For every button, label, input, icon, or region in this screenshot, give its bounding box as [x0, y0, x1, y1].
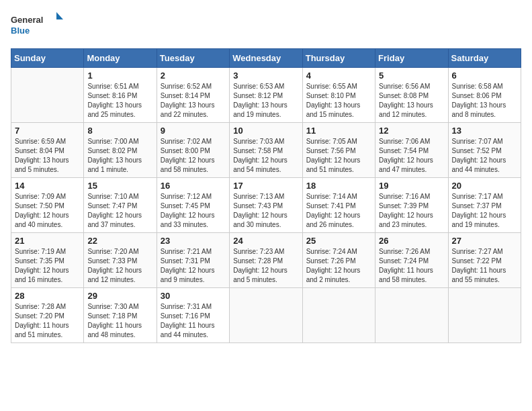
- calendar-cell: [11, 68, 84, 123]
- day-info: Sunrise: 6:59 AM Sunset: 8:04 PM Dayligh…: [15, 137, 80, 175]
- day-info: Sunrise: 7:00 AM Sunset: 8:02 PM Dayligh…: [87, 137, 152, 175]
- day-info: Sunrise: 7:03 AM Sunset: 7:58 PM Dayligh…: [233, 137, 298, 175]
- calendar-cell: 5Sunrise: 6:56 AM Sunset: 8:08 PM Daylig…: [375, 68, 448, 123]
- calendar-cell: 22Sunrise: 7:20 AM Sunset: 7:33 PM Dayli…: [84, 233, 157, 288]
- day-number: 23: [161, 236, 226, 246]
- week-row-4: 28Sunrise: 7:28 AM Sunset: 7:20 PM Dayli…: [11, 288, 521, 343]
- calendar-cell: 24Sunrise: 7:23 AM Sunset: 7:28 PM Dayli…: [230, 233, 302, 288]
- svg-text:General: General: [11, 15, 43, 25]
- day-number: 19: [379, 181, 444, 191]
- day-info: Sunrise: 6:55 AM Sunset: 8:10 PM Dayligh…: [306, 82, 371, 120]
- weekday-header-friday: Friday: [375, 49, 448, 68]
- day-number: 29: [87, 291, 152, 301]
- day-info: Sunrise: 7:30 AM Sunset: 7:18 PM Dayligh…: [87, 302, 152, 340]
- svg-marker-1: [56, 12, 63, 19]
- day-number: 3: [233, 71, 298, 81]
- calendar-cell: [230, 288, 302, 343]
- day-info: Sunrise: 7:27 AM Sunset: 7:22 PM Dayligh…: [452, 247, 517, 285]
- day-number: 1: [87, 71, 152, 81]
- week-row-3: 21Sunrise: 7:19 AM Sunset: 7:35 PM Dayli…: [11, 233, 521, 288]
- calendar-cell: 4Sunrise: 6:55 AM Sunset: 8:10 PM Daylig…: [302, 68, 375, 123]
- day-number: 21: [15, 236, 80, 246]
- day-number: 16: [161, 181, 226, 191]
- day-number: 25: [306, 236, 371, 246]
- calendar-cell: 16Sunrise: 7:12 AM Sunset: 7:45 PM Dayli…: [157, 178, 229, 233]
- calendar-cell: 6Sunrise: 6:58 AM Sunset: 8:06 PM Daylig…: [448, 68, 521, 123]
- day-number: 28: [15, 291, 80, 301]
- day-info: Sunrise: 7:17 AM Sunset: 7:37 PM Dayligh…: [452, 192, 517, 230]
- calendar-cell: 7Sunrise: 6:59 AM Sunset: 8:04 PM Daylig…: [11, 123, 84, 178]
- calendar-cell: [302, 288, 375, 343]
- logo: General Blue: [11, 11, 64, 40]
- day-number: 4: [306, 71, 371, 81]
- day-info: Sunrise: 6:56 AM Sunset: 8:08 PM Dayligh…: [379, 82, 444, 120]
- week-row-1: 7Sunrise: 6:59 AM Sunset: 8:04 PM Daylig…: [11, 123, 521, 178]
- calendar-cell: 28Sunrise: 7:28 AM Sunset: 7:20 PM Dayli…: [11, 288, 84, 343]
- weekday-header-saturday: Saturday: [448, 49, 521, 68]
- calendar-cell: 18Sunrise: 7:14 AM Sunset: 7:41 PM Dayli…: [302, 178, 375, 233]
- calendar-cell: 11Sunrise: 7:05 AM Sunset: 7:56 PM Dayli…: [302, 123, 375, 178]
- calendar-cell: 13Sunrise: 7:07 AM Sunset: 7:52 PM Dayli…: [448, 123, 521, 178]
- weekday-header-sunday: Sunday: [11, 49, 84, 68]
- weekday-header-tuesday: Tuesday: [157, 49, 229, 68]
- calendar-cell: 9Sunrise: 7:02 AM Sunset: 8:00 PM Daylig…: [157, 123, 229, 178]
- day-info: Sunrise: 7:23 AM Sunset: 7:28 PM Dayligh…: [233, 247, 298, 285]
- day-number: 10: [233, 126, 298, 136]
- day-number: 27: [452, 236, 517, 246]
- day-info: Sunrise: 7:24 AM Sunset: 7:26 PM Dayligh…: [306, 247, 371, 285]
- weekday-header-monday: Monday: [84, 49, 157, 68]
- calendar-cell: [375, 288, 448, 343]
- day-number: 26: [379, 236, 444, 246]
- day-number: 20: [452, 181, 517, 191]
- week-row-0: 1Sunrise: 6:51 AM Sunset: 8:16 PM Daylig…: [11, 68, 521, 123]
- day-info: Sunrise: 7:19 AM Sunset: 7:35 PM Dayligh…: [15, 247, 80, 285]
- day-number: 6: [452, 71, 517, 81]
- day-number: 11: [306, 126, 371, 136]
- calendar-cell: 14Sunrise: 7:09 AM Sunset: 7:50 PM Dayli…: [11, 178, 84, 233]
- calendar-cell: 3Sunrise: 6:53 AM Sunset: 8:12 PM Daylig…: [230, 68, 302, 123]
- day-info: Sunrise: 6:58 AM Sunset: 8:06 PM Dayligh…: [452, 82, 517, 120]
- calendar-cell: 26Sunrise: 7:26 AM Sunset: 7:24 PM Dayli…: [375, 233, 448, 288]
- day-info: Sunrise: 7:09 AM Sunset: 7:50 PM Dayligh…: [15, 192, 80, 230]
- day-number: 5: [379, 71, 444, 81]
- week-row-2: 14Sunrise: 7:09 AM Sunset: 7:50 PM Dayli…: [11, 178, 521, 233]
- day-info: Sunrise: 7:31 AM Sunset: 7:16 PM Dayligh…: [161, 302, 226, 340]
- day-info: Sunrise: 7:14 AM Sunset: 7:41 PM Dayligh…: [306, 192, 371, 230]
- day-info: Sunrise: 7:07 AM Sunset: 7:52 PM Dayligh…: [452, 137, 517, 175]
- day-number: 22: [87, 236, 152, 246]
- day-info: Sunrise: 6:53 AM Sunset: 8:12 PM Dayligh…: [233, 82, 298, 120]
- day-info: Sunrise: 7:02 AM Sunset: 8:00 PM Dayligh…: [161, 137, 226, 175]
- calendar-cell: 19Sunrise: 7:16 AM Sunset: 7:39 PM Dayli…: [375, 178, 448, 233]
- day-info: Sunrise: 6:52 AM Sunset: 8:14 PM Dayligh…: [161, 82, 226, 120]
- day-number: 13: [452, 126, 517, 136]
- day-number: 2: [161, 71, 226, 81]
- day-info: Sunrise: 7:21 AM Sunset: 7:31 PM Dayligh…: [161, 247, 226, 285]
- calendar-cell: 12Sunrise: 7:06 AM Sunset: 7:54 PM Dayli…: [375, 123, 448, 178]
- day-info: Sunrise: 7:12 AM Sunset: 7:45 PM Dayligh…: [161, 192, 226, 230]
- calendar-cell: 15Sunrise: 7:10 AM Sunset: 7:47 PM Dayli…: [84, 178, 157, 233]
- calendar-cell: 8Sunrise: 7:00 AM Sunset: 8:02 PM Daylig…: [84, 123, 157, 178]
- day-number: 9: [161, 126, 226, 136]
- day-info: Sunrise: 7:28 AM Sunset: 7:20 PM Dayligh…: [15, 302, 80, 340]
- day-number: 8: [87, 126, 152, 136]
- calendar-cell: 23Sunrise: 7:21 AM Sunset: 7:31 PM Dayli…: [157, 233, 229, 288]
- calendar-cell: [448, 288, 521, 343]
- calendar-cell: 10Sunrise: 7:03 AM Sunset: 7:58 PM Dayli…: [230, 123, 302, 178]
- logo-svg: General Blue: [11, 11, 64, 40]
- weekday-header-row: SundayMondayTuesdayWednesdayThursdayFrid…: [11, 49, 521, 68]
- day-number: 18: [306, 181, 371, 191]
- day-info: Sunrise: 7:20 AM Sunset: 7:33 PM Dayligh…: [87, 247, 152, 285]
- svg-text:Blue: Blue: [11, 26, 30, 36]
- day-info: Sunrise: 7:16 AM Sunset: 7:39 PM Dayligh…: [379, 192, 444, 230]
- day-info: Sunrise: 7:26 AM Sunset: 7:24 PM Dayligh…: [379, 247, 444, 285]
- calendar-cell: 30Sunrise: 7:31 AM Sunset: 7:16 PM Dayli…: [157, 288, 229, 343]
- calendar-cell: 2Sunrise: 6:52 AM Sunset: 8:14 PM Daylig…: [157, 68, 229, 123]
- calendar-cell: 17Sunrise: 7:13 AM Sunset: 7:43 PM Dayli…: [230, 178, 302, 233]
- day-info: Sunrise: 7:13 AM Sunset: 7:43 PM Dayligh…: [233, 192, 298, 230]
- day-number: 17: [233, 181, 298, 191]
- calendar-cell: 25Sunrise: 7:24 AM Sunset: 7:26 PM Dayli…: [302, 233, 375, 288]
- day-info: Sunrise: 6:51 AM Sunset: 8:16 PM Dayligh…: [87, 82, 152, 120]
- day-number: 24: [233, 236, 298, 246]
- day-info: Sunrise: 7:05 AM Sunset: 7:56 PM Dayligh…: [306, 137, 371, 175]
- page-header: General Blue: [11, 11, 521, 40]
